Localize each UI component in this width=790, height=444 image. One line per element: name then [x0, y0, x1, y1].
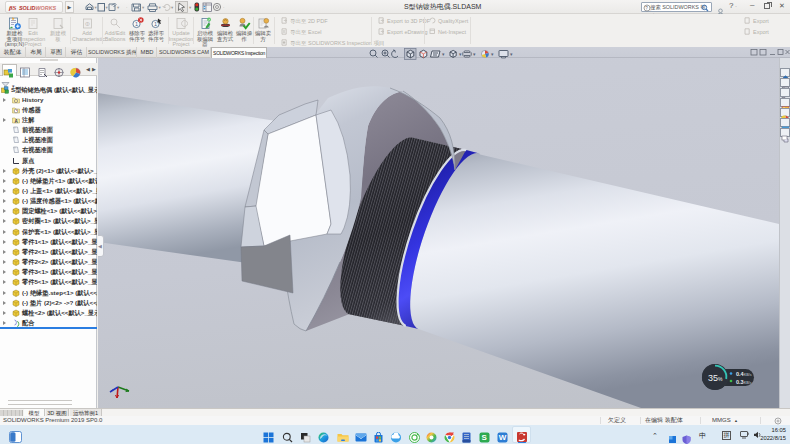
svg-text:▾: ▾: [171, 5, 174, 10]
svg-text:·: ·: [223, 5, 225, 10]
svg-text:·: ·: [126, 5, 128, 10]
svg-text:▾: ▾: [117, 5, 120, 10]
svg-text:Φ: Φ: [85, 21, 90, 27]
svg-text:▾: ▾: [189, 5, 192, 10]
svg-text:▾: ▾: [159, 5, 162, 10]
svg-text:▾: ▾: [142, 5, 145, 10]
svg-text:βS: βS: [8, 4, 17, 12]
svg-text:▾: ▾: [442, 51, 445, 57]
svg-text:▾: ▾: [510, 51, 513, 57]
svg-text:▾: ▾: [491, 51, 494, 57]
svg-text:1: 1: [154, 21, 157, 27]
svg-text:▾: ▾: [95, 5, 98, 10]
svg-text:SOLIDWORKS: SOLIDWORKS: [19, 5, 57, 11]
svg-text:▾: ▾: [473, 51, 476, 57]
svg-text:▾: ▾: [106, 5, 109, 10]
svg-text:?: ?: [645, 6, 648, 11]
svg-text:S: S: [482, 433, 488, 442]
svg-text:W: W: [499, 433, 507, 442]
svg-text:▾: ▾: [459, 51, 462, 57]
svg-text:1: 1: [135, 21, 138, 27]
